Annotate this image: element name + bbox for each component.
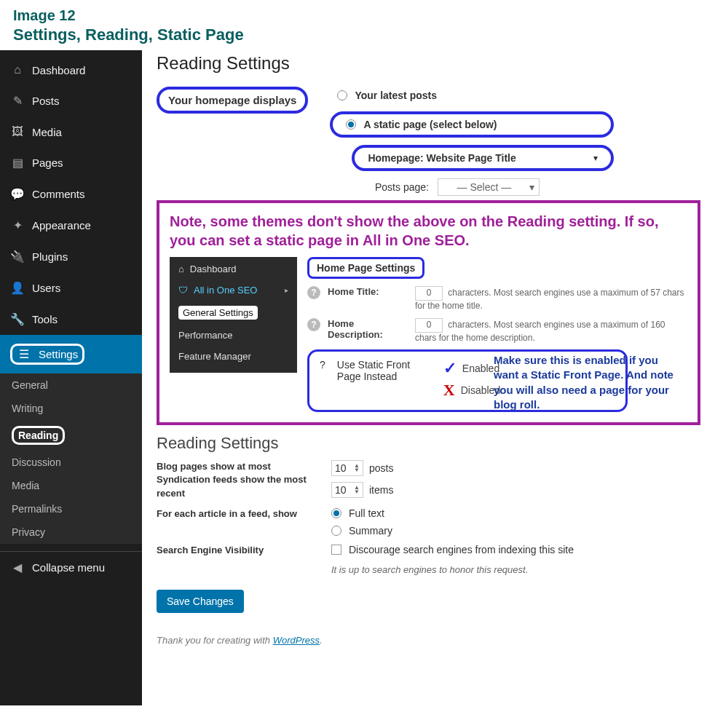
select-caret-icon: ▾ [593,153,598,163]
homepage-displays-label: Your homepage displays [168,94,296,106]
sidebar-label: Dashboard [32,64,85,76]
sidebar-label: Tools [32,313,58,325]
home-desc-label: Home Description: [328,318,408,340]
pages-icon: ▤ [10,156,25,170]
radio-summary[interactable]: Summary [331,525,392,537]
sidebar-item-plugins[interactable]: 🔌 Plugins [0,241,142,272]
posts-page-select[interactable]: — Select — ▾ [438,178,540,196]
syndication-input[interactable]: 10 ▲▼ [331,482,363,498]
discourage-label: Discourage search engines from indexing … [349,544,574,555]
radio-enabled[interactable]: ✓ Enabled [443,359,500,378]
mini-label: All in One SEO [194,285,257,296]
search-engine-hint: It is up to search engines to honor this… [331,564,574,575]
help-icon[interactable]: ? [307,286,320,299]
sidebar-label: Plugins [32,250,68,263]
mini-performance[interactable]: Performance [170,325,297,346]
page-title: Reading Settings [157,53,700,74]
sidebar-item-comments[interactable]: 💬 Comments [0,178,142,210]
mini-aioseo[interactable]: 🛡 All in One SEO ▸ [170,280,297,301]
sidebar-item-media[interactable]: 🖼 Media [0,116,142,147]
sidebar-label: Settings [39,348,78,360]
mini-label: General Settings [178,306,258,320]
sub-writing[interactable]: Writing [0,397,142,420]
sidebar-item-dashboard[interactable]: ⌂ Dashboard [0,55,142,85]
checkmark-icon: ✓ [443,359,457,378]
sidebar-item-users[interactable]: 👤 Users [0,272,142,304]
sidebar-label: Appearance [32,219,91,232]
posts-page-label: Posts page: [375,181,429,193]
sub-privacy[interactable]: Privacy [0,521,142,544]
doc-title: Image 12 [13,7,702,24]
appearance-icon: ✦ [10,218,25,232]
stepper-down-icon[interactable]: ▼ [354,490,360,494]
collapse-label: Collapse menu [32,561,105,574]
sidebar-item-pages[interactable]: ▤ Pages [0,147,142,178]
sidebar-label: Users [32,282,60,294]
sidebar-item-tools[interactable]: 🔧 Tools [0,304,142,335]
synd-unit: items [369,484,393,496]
dashboard-icon: ⌂ [178,264,184,274]
home-desc-count: 0 [415,318,443,333]
radio-icon [337,90,347,100]
reading-highlight: Reading [12,426,65,445]
collapse-icon: ◀ [10,561,25,574]
radio-label: Full text [349,507,384,519]
mini-general-settings[interactable]: General Settings [170,301,297,325]
radio-label: Your latest posts [355,90,437,101]
save-changes-button[interactable]: Save Changes [157,590,244,613]
home-desc-desc: characters. Most search engines use a ma… [415,320,665,343]
admin-sidebar: ⌂ Dashboard ✎ Posts 🖼 Media ▤ Pages 💬 Co… [0,50,142,705]
annotation-note-box: Note, some themes don't show the above o… [157,200,700,425]
sub-general[interactable]: General [0,373,142,397]
use-static-front-label: Use Static Front Page Instead [337,359,424,382]
sub-discussion[interactable]: Discussion [0,451,142,474]
radio-icon-checked [346,119,356,130]
sidebar-label: Posts [32,95,60,107]
sub-reading[interactable]: Reading [0,420,142,451]
radio-full-text[interactable]: Full text [331,507,392,519]
help-icon[interactable]: ? [320,359,325,371]
sidebar-item-appearance[interactable]: ✦ Appearance [0,210,142,241]
blog-pages-input[interactable]: 10 ▲▼ [331,460,363,476]
posts-icon: ✎ [10,94,25,108]
search-visibility-label: Search Engine Visibility [157,544,317,557]
mini-label: Dashboard [190,264,237,274]
radio-static-page[interactable]: A static page (select below) [330,111,614,138]
radio-latest-posts[interactable]: Your latest posts [330,87,700,104]
mini-dashboard[interactable]: ⌂ Dashboard [170,258,297,280]
sidebar-item-settings[interactable]: ☰ Settings [0,335,142,373]
homepage-displays-highlight: Your homepage displays [157,87,308,114]
mini-feature-manager[interactable]: Feature Manager [170,346,297,367]
radio-disabled[interactable]: X Disabled [443,381,500,400]
help-icon[interactable]: ? [307,318,320,331]
checkbox-icon[interactable] [331,545,341,555]
sidebar-label: Media [32,126,62,138]
radio-icon-checked [331,508,341,518]
sidebar-item-posts[interactable]: ✎ Posts [0,85,142,116]
select-caret-icon: ▾ [529,181,534,193]
sub-permalinks[interactable]: Permalinks [0,497,142,521]
footer-text: Thank you for creating with [157,635,273,646]
comments-icon: 💬 [10,187,25,201]
home-title-count: 0 [415,286,443,301]
home-page-settings-title: Home Page Settings [307,257,424,279]
posts-page-select-value: — Select — [457,181,512,193]
discourage-checkbox-row[interactable]: Discourage search engines from indexing … [331,544,574,555]
users-icon: 👤 [10,281,25,295]
collapse-menu[interactable]: ◀ Collapse menu [0,551,142,583]
home-title-desc: characters. Most search engines use a ma… [415,288,684,311]
homepage-select[interactable]: Homepage: Website Page Title ▾ [352,145,614,171]
sidebar-label: Pages [32,157,63,169]
wordpress-link[interactable]: WordPress [273,635,320,646]
tools-icon: 🔧 [10,312,25,326]
footer-suffix: . [320,635,323,646]
dashboard-icon: ⌂ [10,63,25,76]
sub-media[interactable]: Media [0,474,142,497]
aioseo-mini-sidebar: ⌂ Dashboard 🛡 All in One SEO ▸ General S… [170,257,297,373]
syndication-value: 10 [335,484,347,496]
stepper-down-icon[interactable]: ▼ [354,468,360,472]
footer-credit: Thank you for creating with WordPress. [157,635,700,646]
settings-submenu: General Writing Reading Discussion Media… [0,373,142,544]
radio-label: Summary [349,525,392,537]
blog-unit: posts [369,462,393,474]
